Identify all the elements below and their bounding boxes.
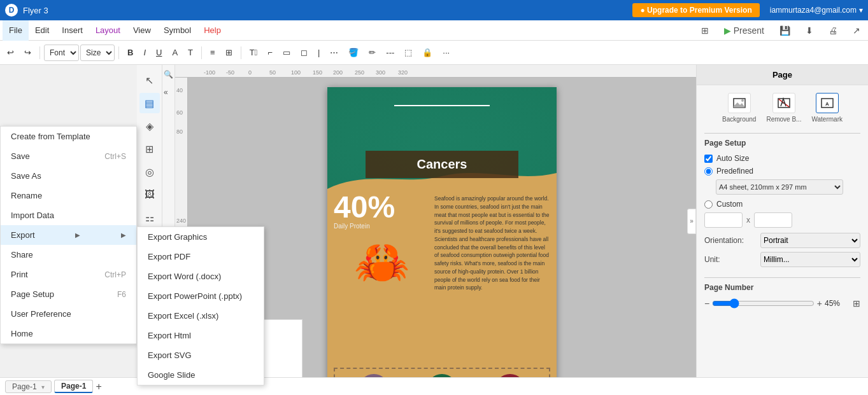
export-excel[interactable]: Export Excel (.xlsx)	[138, 306, 264, 326]
menu-share[interactable]: Share	[1, 245, 136, 265]
font-size-select[interactable]: Size	[80, 45, 115, 61]
height-input[interactable]: 297	[754, 212, 792, 228]
menu-import-data[interactable]: Import Data	[1, 205, 136, 225]
redo-button[interactable]: ↪	[20, 45, 36, 60]
canvas-percent: 40%	[334, 192, 429, 223]
align-options-button[interactable]: ⊞	[221, 45, 237, 60]
page-size-select[interactable]: A4 sheet, 210mm x 297 mm	[716, 179, 843, 195]
unit-select[interactable]: Millim... Pixels Inches	[760, 252, 860, 267]
menu-create-template[interactable]: Create from Template	[1, 127, 136, 146]
canvas-document[interactable]: Cancers 40% Daily Protein 🦀 Seafood is a	[327, 87, 557, 377]
export-graphics[interactable]: Export Graphics	[138, 227, 264, 247]
sidebar-grid-icon[interactable]: ⊞	[139, 139, 160, 159]
panel-remove-bg-item[interactable]: Remove B...	[766, 93, 801, 123]
align-left-button[interactable]: ≡	[206, 45, 220, 60]
share-icon[interactable]: ↗	[848, 23, 865, 38]
background-icon	[732, 97, 746, 109]
background-icon-box[interactable]	[728, 93, 751, 113]
menu-help[interactable]: Help	[197, 20, 227, 41]
paint-bucket-button[interactable]: 🪣	[344, 45, 363, 60]
shadow-button[interactable]: ◻	[296, 45, 312, 60]
size-inputs-row: 210 x 297	[704, 212, 860, 228]
border-button[interactable]: ⬚	[400, 45, 416, 60]
menu-insert[interactable]: Insert	[55, 20, 89, 41]
zoom-slider[interactable]	[712, 298, 815, 308]
menu-export[interactable]: Export ▶	[1, 225, 136, 245]
zoom-out-button[interactable]: −	[704, 298, 709, 308]
print-icon[interactable]: 🖨	[823, 23, 843, 38]
export-pdf[interactable]: Export PDF	[138, 247, 264, 267]
menu-print[interactable]: Print Ctrl+P	[1, 265, 136, 284]
sidebar-image-icon[interactable]: 🖼	[139, 184, 160, 205]
font-family-select[interactable]: Font	[44, 45, 79, 61]
panel-body: Background Remove B...	[697, 85, 868, 326]
right-panel-toggle[interactable]: »	[687, 209, 696, 234]
export-google-slide[interactable]: Google Slide	[138, 365, 264, 385]
orientation-select[interactable]: Portrait Landscape	[760, 233, 860, 248]
italic-button[interactable]: I	[139, 45, 150, 60]
export-word[interactable]: Export Word (.docx)	[138, 267, 264, 286]
zoom-row: − + 45% ⊞	[704, 298, 860, 308]
width-input[interactable]: 210	[704, 212, 743, 228]
menu-view[interactable]: View	[127, 20, 157, 41]
page-tab-active[interactable]: Page-1	[54, 380, 93, 393]
sidebar-page-icon[interactable]: ▤	[139, 93, 160, 113]
zoom-percent: 45%	[825, 299, 850, 308]
font-color-button[interactable]: A	[167, 45, 182, 60]
expand-icon[interactable]: ⊞	[696, 23, 714, 38]
panel-background-item[interactable]: Background	[722, 93, 756, 123]
more-button[interactable]: ⋯	[325, 45, 343, 60]
user-email[interactable]: iammurtaza4@gmail.com	[770, 6, 863, 15]
menu-save-as[interactable]: Save As	[1, 166, 136, 186]
underline-button[interactable]: U	[152, 45, 166, 60]
add-page-button[interactable]: +	[96, 381, 101, 392]
undo-button[interactable]: ↩	[3, 45, 18, 60]
panel-watermark-item[interactable]: A Watermark	[811, 93, 843, 123]
present-button[interactable]: ▶ Present	[719, 23, 769, 38]
connector-button[interactable]: ⌐	[263, 45, 277, 60]
watermark-icon-box[interactable]: A	[816, 93, 839, 113]
export-html[interactable]: Export Html	[138, 326, 264, 345]
line-button[interactable]: |	[313, 45, 324, 60]
save-icon[interactable]: 💾	[774, 23, 795, 38]
text-box-button[interactable]: T⃞	[245, 45, 262, 60]
menu-edit[interactable]: Edit	[29, 20, 55, 41]
text-button[interactable]: T	[183, 45, 197, 60]
pencil-button[interactable]: ✏	[364, 45, 380, 60]
lock-button[interactable]: 🔒	[418, 45, 437, 60]
custom-radio[interactable]	[704, 200, 713, 209]
download-icon[interactable]: ⬇	[800, 23, 818, 38]
remove-bg-icon-box[interactable]	[772, 93, 795, 113]
auto-size-checkbox[interactable]	[704, 155, 713, 163]
menu-page-setup[interactable]: Page Setup F6	[1, 284, 136, 304]
sidebar-shape-icon[interactable]: ◎	[139, 162, 160, 182]
menu-symbol[interactable]: Symbol	[157, 20, 197, 41]
menu-user-preference[interactable]: User Preference	[1, 304, 136, 324]
menu-layout[interactable]: Layout	[89, 20, 127, 41]
menu-home[interactable]: Home	[1, 324, 136, 343]
fit-page-button[interactable]: ⊞	[853, 298, 860, 308]
collapse-icon[interactable]: «	[164, 88, 168, 97]
sidebar-layer-icon[interactable]: ◈	[139, 116, 160, 136]
menu-file[interactable]: File	[3, 20, 29, 41]
sidebar-select-icon[interactable]: ↖	[139, 70, 160, 90]
dash-button[interactable]: ---	[381, 45, 399, 60]
predefined-radio[interactable]	[704, 167, 713, 176]
more2-button[interactable]: ···	[438, 45, 454, 60]
shape-button[interactable]: ▭	[278, 45, 295, 60]
menu-save[interactable]: Save Ctrl+S	[1, 146, 136, 166]
page-tab-dropdown-icon[interactable]: ▾	[41, 384, 45, 391]
watermark-icon: A	[820, 97, 834, 109]
page-tab-1[interactable]: Page-1 ▾	[5, 380, 52, 393]
file-dropdown-menu: Create from Template Save Ctrl+S Save As…	[0, 126, 137, 344]
export-powerpoint[interactable]: Export PowerPoint (.pptx)	[138, 286, 264, 306]
search-icon[interactable]: 🔍	[164, 70, 173, 79]
export-svg[interactable]: Export SVG	[138, 345, 264, 365]
sidebar-table-icon[interactable]: ⚏	[139, 207, 160, 228]
predefined-label: Predefined	[716, 167, 753, 176]
menu-rename[interactable]: Rename	[1, 186, 136, 205]
svg-point-22	[741, 99, 744, 102]
upgrade-button[interactable]: ● Upgrade to Premium Version	[632, 3, 759, 17]
zoom-in-button[interactable]: +	[817, 298, 822, 308]
bold-button[interactable]: B	[123, 45, 138, 60]
